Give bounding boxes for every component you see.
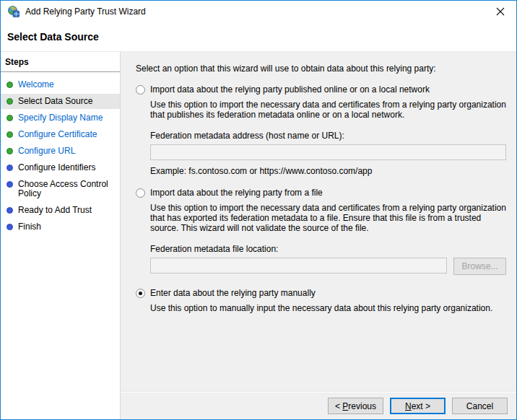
label-part: < [335,401,342,411]
previous-button-label: < Previous [335,401,376,411]
step-item-configure-certificate[interactable]: Configure Certificate [1,127,120,142]
steps-list: Welcome Select Data Source Specify Displ… [1,77,120,235]
step-item-configure-identifiers: Configure Identifiers [1,160,120,175]
app-icon [8,6,19,17]
option-description: Use this option to import the necessary … [150,100,506,120]
option-enter-manually-row[interactable]: Enter data about the relying party manua… [136,288,506,298]
close-button[interactable] [486,1,515,22]
metadata-file-label: Federation metadata file location: [150,244,506,254]
cancel-button-label: Cancel [466,401,493,411]
step-bullet-icon [6,131,13,138]
window-title: Add Relying Party Trust Wizard [25,6,486,17]
step-item-choose-access-control-policy: Choose Access Control Policy [1,177,120,201]
step-label: Select Data Source [18,96,92,106]
step-item-finish: Finish [1,219,120,235]
step-bullet-icon [6,224,13,230]
step-bullet-icon [6,148,13,154]
wizard-body: Steps Welcome Select Data Source Specify… [1,52,516,419]
previous-button[interactable]: < Previous [328,398,383,414]
step-item-select-data-source[interactable]: Select Data Source [1,94,120,109]
step-bullet-icon [6,207,13,214]
metadata-file-input[interactable] [150,258,447,274]
option-enter-manually-details: Use this option to manually input the ne… [150,303,506,313]
step-bullet-icon [6,98,13,105]
step-label: Configure Certificate [18,129,97,139]
option-label[interactable]: Enter data about the relying party manua… [150,288,316,298]
next-button-label: Next > [405,401,430,411]
option-label[interactable]: Import data about the relying party from… [150,188,323,198]
metadata-address-example: Example: fs.contoso.com or https://www.c… [150,166,506,176]
option-import-online-details: Use this option to import the necessary … [150,100,506,176]
wizard-window: Add Relying Party Trust Wizard Select Da… [0,0,517,420]
option-description: Use this option to manually input the ne… [150,303,506,313]
option-import-file: Import data about the relying party from… [136,188,506,275]
label-accelerator: N [405,401,412,411]
step-label: Configure URL [18,146,75,156]
option-import-file-row[interactable]: Import data about the relying party from… [136,188,506,198]
step-label: Specify Display Name [18,113,103,123]
steps-sidebar: Steps Welcome Select Data Source Specify… [1,52,121,419]
metadata-address-input[interactable] [150,144,506,160]
cancel-button[interactable]: Cancel [452,398,508,414]
intro-text: Select an option that this wizard will u… [136,64,506,74]
step-label: Ready to Add Trust [18,205,92,215]
step-bullet-icon [6,165,13,171]
radio-import-online[interactable] [136,85,145,95]
step-bullet-icon [6,82,13,88]
step-label: Finish [18,222,41,232]
option-import-online: Import data about the relying party publ… [136,84,506,176]
title-bar: Add Relying Party Trust Wizard [1,1,516,22]
option-import-online-row[interactable]: Import data about the relying party publ… [136,84,506,95]
radio-enter-manually[interactable] [136,289,145,298]
page-header: Select Data Source [1,22,516,52]
page-title: Select Data Source [7,31,99,43]
option-import-file-details: Use this option to import the necessary … [150,203,506,275]
step-item-welcome[interactable]: Welcome [1,77,120,92]
option-label[interactable]: Import data about the relying party publ… [150,84,430,95]
option-description: Use this option to import the necessary … [150,203,506,233]
step-item-configure-url[interactable]: Configure URL [1,144,120,159]
browse-button[interactable]: Browse... [453,258,506,275]
step-bullet-icon [6,181,13,188]
step-label: Configure Identifiers [18,162,95,172]
label-part: ext > [412,401,430,411]
option-enter-manually: Enter data about the relying party manua… [136,288,506,313]
label-part: revious [348,401,376,411]
step-bullet-icon [6,115,13,121]
step-item-specify-display-name[interactable]: Specify Display Name [1,110,120,126]
footer-button-bar: < Previous Next > Cancel [121,392,516,419]
metadata-file-row: Browse... [150,258,506,275]
step-item-ready-to-add-trust: Ready to Add Trust [1,203,120,218]
main-pane: Select an option that this wizard will u… [121,52,516,419]
step-label: Welcome [18,79,54,89]
radio-import-file[interactable] [136,188,145,198]
close-icon [496,7,505,16]
content-pane: Select an option that this wizard will u… [121,52,516,392]
steps-heading: Steps [1,57,120,72]
metadata-address-label: Federation metadata address (host name o… [150,131,506,141]
next-button[interactable]: Next > [390,398,446,414]
step-label: Choose Access Control Policy [18,179,108,198]
